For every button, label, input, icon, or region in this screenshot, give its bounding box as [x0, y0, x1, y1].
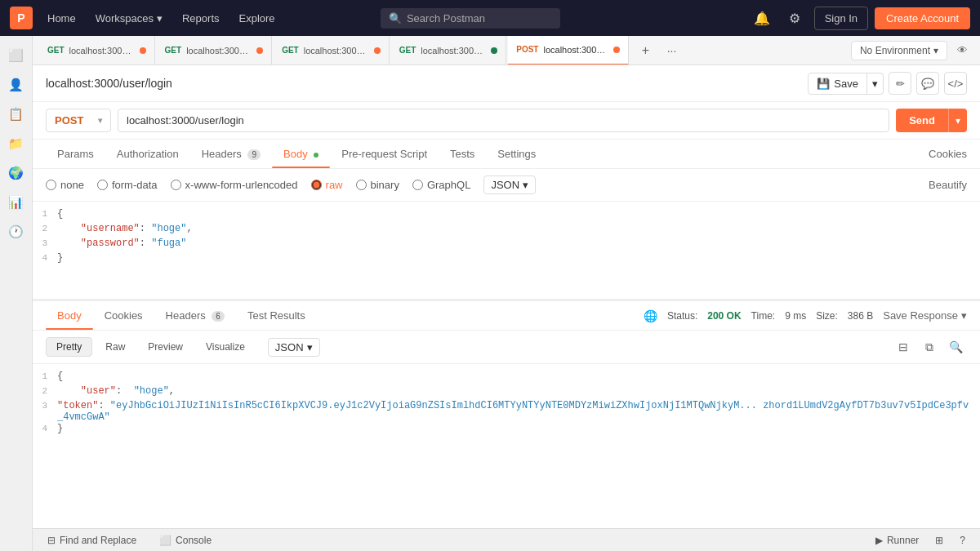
json-format-select[interactable]: JSON ▾: [483, 176, 536, 194]
search-bar[interactable]: 🔍 Search Postman: [381, 8, 560, 29]
console-label: Console: [176, 535, 212, 546]
response-tab-test-results[interactable]: Test Results: [236, 301, 317, 330]
tab-method-3: GET: [282, 46, 299, 55]
tab-method-5: POST: [516, 45, 538, 54]
save-button-group: 💾 Save ▾: [808, 73, 884, 95]
response-code-editor[interactable]: 1 { 2 "user": "hoge", 3 "token": "eyJhbG…: [33, 364, 980, 528]
tabs-more-button[interactable]: ···: [660, 39, 683, 62]
tab-method-2: GET: [165, 46, 182, 55]
beautify-button[interactable]: Beautify: [929, 179, 967, 191]
save-response-button[interactable]: Save Response ▾: [883, 309, 967, 322]
view-tab-raw[interactable]: Raw: [96, 338, 135, 356]
cookies-button[interactable]: Cookies: [929, 148, 967, 160]
radio-urlencoded[interactable]: x-www-form-urlencoded: [171, 179, 298, 191]
response-json-arrow-icon: ▾: [307, 341, 313, 353]
request-header: localhost:3000/user/login 💾 Save ▾ ✏ 💬 <…: [33, 65, 980, 102]
radio-form-data[interactable]: form-data: [97, 179, 158, 191]
content-area: GET localhost:3000/do... GET localhost:3…: [33, 36, 980, 551]
find-replace-button[interactable]: ⊟ Find and Replace: [42, 533, 141, 548]
tab-params[interactable]: Params: [46, 140, 105, 168]
sidebar-person-icon[interactable]: 👤: [3, 72, 29, 98]
tab-body[interactable]: Body: [272, 140, 330, 168]
save-response-arrow-icon: ▾: [961, 309, 967, 322]
response-json-label: JSON: [275, 341, 304, 353]
tab-1[interactable]: GET localhost:3000/do...: [39, 36, 155, 65]
notification-icon[interactable]: 🔔: [749, 5, 775, 31]
top-nav: P Home Workspaces ▾ Reports Explore 🔍 Se…: [0, 0, 980, 36]
sidebar-collection-icon[interactable]: 📁: [3, 131, 29, 157]
help-button[interactable]: ?: [955, 533, 970, 548]
console-button[interactable]: ⬜ Console: [154, 533, 216, 548]
resp-line-1: 1 {: [33, 371, 980, 385]
view-tab-preview[interactable]: Preview: [138, 338, 193, 356]
runner-button[interactable]: ▶ Runner: [871, 533, 924, 548]
status-label: Status:: [667, 310, 697, 322]
time-value: 9 ms: [785, 310, 806, 322]
env-select[interactable]: No Environment ▾: [851, 41, 947, 60]
tab-5-active[interactable]: POST localhost:3000/u...: [508, 36, 629, 65]
save-dropdown-button[interactable]: ▾: [867, 73, 883, 94]
sidebar-mock-icon[interactable]: 📊: [3, 189, 29, 216]
create-account-button[interactable]: Create Account: [875, 7, 970, 29]
comment-button[interactable]: 💬: [916, 72, 939, 95]
resp-line-3: 3 "token": "eyJhbGciOiJIUzI1NiIsInR5cCI6…: [33, 400, 980, 423]
edit-button[interactable]: ✏: [889, 72, 911, 95]
method-select[interactable]: POST ▾: [46, 109, 111, 132]
req-line-3: 3 "password": "fuga": [33, 238, 980, 252]
tab-settings[interactable]: Settings: [486, 140, 547, 168]
tab-3[interactable]: GET localhost:3000/do...: [274, 36, 390, 65]
tab-tests[interactable]: Tests: [439, 140, 486, 168]
response-view-tabs: Pretty Raw Preview Visualize JSON ▾ ⊟ ⧉ …: [33, 331, 980, 364]
settings-icon[interactable]: ⚙: [782, 5, 808, 31]
copy-icon[interactable]: ⧉: [918, 335, 941, 358]
send-dropdown-button[interactable]: ▾: [949, 109, 967, 132]
tab-prerequest[interactable]: Pre-request Script: [330, 140, 439, 168]
tab-dot-4: [491, 47, 497, 54]
radio-none[interactable]: none: [46, 179, 84, 191]
tab-4[interactable]: GET localhost:3000/do...: [391, 36, 507, 65]
search-response-icon[interactable]: 🔍: [944, 335, 967, 358]
view-tab-pretty[interactable]: Pretty: [46, 337, 92, 357]
globe-icon: 🌐: [644, 309, 657, 322]
response-tabs-bar: Body Cookies Headers 6 Test Results 🌐 St…: [33, 301, 980, 331]
response-tab-body[interactable]: Body: [46, 301, 93, 330]
tab-2[interactable]: GET localhost:3000/ca...: [157, 36, 273, 65]
nav-workspaces[interactable]: Workspaces ▾: [87, 7, 171, 29]
tab-authorization[interactable]: Authorization: [105, 140, 190, 168]
send-button[interactable]: Send: [896, 109, 949, 132]
sign-in-button[interactable]: Sign In: [814, 7, 868, 30]
sidebar-history-icon[interactable]: 📋: [3, 101, 29, 127]
response-json-select[interactable]: JSON ▾: [268, 338, 320, 357]
request-body-editor[interactable]: 1 { 2 "username": "hoge", 3 "password": …: [33, 202, 980, 300]
time-label: Time:: [751, 310, 776, 322]
save-button[interactable]: 💾 Save: [808, 73, 867, 94]
tab-headers[interactable]: Headers 9: [190, 140, 272, 168]
find-replace-label: Find and Replace: [60, 535, 136, 546]
request-area: localhost:3000/user/login 💾 Save ▾ ✏ 💬 <…: [33, 65, 980, 528]
sidebar-history2-icon[interactable]: 🕐: [3, 219, 29, 245]
resp-line-4: 4 }: [33, 423, 980, 438]
response-tab-headers[interactable]: Headers 6: [154, 301, 236, 330]
layout-button[interactable]: ⊞: [930, 533, 948, 548]
nav-explore[interactable]: Explore: [231, 7, 283, 29]
view-tab-visualize[interactable]: Visualize: [196, 338, 255, 356]
code-button[interactable]: </>: [944, 72, 967, 95]
radio-raw[interactable]: raw: [311, 179, 343, 191]
tab-dot-3: [374, 47, 381, 54]
response-tab-cookies[interactable]: Cookies: [93, 301, 154, 330]
bottom-bar: ⊟ Find and Replace ⬜ Console ▶ Runner ⊞ …: [33, 528, 980, 551]
url-input[interactable]: [118, 109, 889, 132]
sidebar-new-tab-icon[interactable]: ⬜: [3, 42, 29, 69]
sidebar-environment-icon[interactable]: 🌍: [3, 160, 29, 186]
req-line-2: 2 "username": "hoge",: [33, 223, 980, 238]
filter-icon[interactable]: ⊟: [892, 335, 915, 358]
save-response-label: Save Response: [883, 309, 958, 322]
new-tab-button[interactable]: +: [634, 39, 657, 62]
radio-graphql[interactable]: GraphQL: [412, 179, 470, 191]
req-line-4: 4 }: [33, 252, 980, 267]
env-eye-button[interactable]: 👁: [951, 39, 973, 62]
radio-binary[interactable]: binary: [356, 179, 399, 191]
env-arrow-icon: ▾: [933, 45, 938, 56]
nav-home[interactable]: Home: [39, 7, 84, 29]
nav-reports[interactable]: Reports: [174, 7, 228, 29]
